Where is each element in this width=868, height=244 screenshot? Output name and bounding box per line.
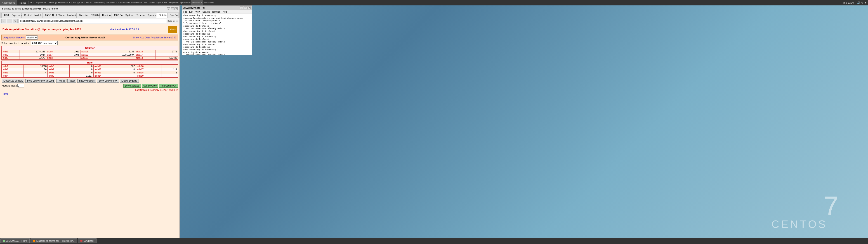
cell-label: aida11 [80, 50, 101, 53]
taskbar-module[interactable]: Module Se [58, 0, 69, 5]
counter-monitor-select[interactable]: AIDA ADC data items [31, 41, 58, 45]
terminal-maximize-btn[interactable]: □ [244, 6, 247, 9]
tab-asic[interactable]: ASIC Contro [111, 13, 123, 18]
taskbar-aida[interactable]: AIDA [29, 0, 35, 5]
terminal-menu-edit[interactable]: Edit [189, 11, 193, 13]
tab-temperature[interactable]: Temperatur [134, 13, 145, 18]
cell-label: aida2 [2, 53, 20, 57]
back-button[interactable]: ← [1, 19, 6, 23]
browser-maximize-btn[interactable]: □ [170, 7, 174, 10]
terminal-content[interactable]: done executing do PostSetuploading Spect… [182, 14, 252, 55]
taskbar-item-firefox[interactable]: Statistics @ carme-gsi — Mozilla Fir... [31, 238, 77, 243]
auto-update-btn[interactable]: AutoUpdate On [159, 84, 178, 88]
update-once-btn[interactable]: Update Once [142, 84, 158, 88]
show-variables-btn[interactable]: Show Variables [77, 79, 96, 83]
terminal-close-btn[interactable]: ✕ [248, 6, 251, 9]
taskbar-top: Applications Places AIDA Experiment Cont… [0, 0, 868, 5]
module-index-label: Module Index [2, 84, 24, 87]
terminal-menu-help[interactable]: Help [223, 11, 227, 13]
empty-log-window-btn[interactable]: Empty Log Window [2, 79, 24, 83]
module-index-input[interactable] [18, 84, 24, 87]
zero-stats-btn[interactable]: Zero Statistics [123, 84, 141, 88]
taskbar-run-control[interactable]: Run Contro [203, 0, 215, 5]
cell-label: aida9 [48, 74, 70, 78]
cell-value: 1 [161, 71, 178, 74]
tab-aida[interactable]: AIDA [1, 13, 9, 18]
taskbar-fadc[interactable]: FADC Align [69, 0, 81, 5]
terminal-controls: _ □ ✕ [240, 6, 251, 9]
tab-discriminato[interactable]: Discriminato [100, 13, 111, 18]
url-bar[interactable] [18, 19, 167, 23]
cell-value [161, 65, 178, 68]
tab-lost-activity[interactable]: Lost activity [ [65, 13, 76, 18]
terminal-window: AIDA MIDAS HTTPd _ □ ✕ File Edit View Se… [182, 5, 252, 55]
tab-module[interactable]: Module Se [32, 13, 43, 18]
taskbar-control[interactable]: Control @ [47, 0, 58, 5]
terminal-menu-view[interactable]: View [195, 11, 200, 13]
sound-icon[interactable]: 🔊 [857, 1, 860, 4]
taskbar-temperature[interactable]: Temperatur [167, 0, 179, 5]
tab-spectrum[interactable]: Spectrum R [145, 13, 156, 18]
cell-value: 0 [69, 68, 93, 71]
midas-logo: Midas [168, 26, 177, 33]
cell-value: 0 [119, 68, 135, 71]
taskbar-lost-activity[interactable]: Lost activity [ [92, 0, 105, 5]
table-row: aida1 10808 aida6 0 aida11 307 aida16 [2, 65, 178, 68]
reload-button[interactable]: ↻ [13, 19, 18, 23]
taskbar-statistics[interactable]: Statistics ✕ [191, 0, 203, 5]
taskbar-spectrum[interactable]: Spectrum R [179, 0, 191, 5]
home-link[interactable]: Home [2, 92, 178, 95]
menu-icon[interactable]: ☰ [176, 20, 178, 23]
taskbar-waveform[interactable]: Waveform S [105, 0, 118, 5]
acquisition-servers-label: Acquisition Servers [3, 36, 25, 39]
taskbar-experiment[interactable]: Experiment [35, 0, 47, 5]
centos-version-text: CENTOS [772, 218, 827, 231]
tab-led[interactable]: LED and W [54, 13, 65, 18]
taskbar-led[interactable]: LED and W [81, 0, 92, 5]
tab-statistics[interactable]: Statistics ✕ [156, 13, 167, 18]
server-select[interactable]: aida05 [26, 35, 38, 39]
battery-icon[interactable]: ▼ [864, 1, 867, 4]
browser-close-btn[interactable]: ✕ [175, 7, 178, 10]
terminal-menu-search[interactable]: Search [203, 11, 210, 13]
taskbar-asic[interactable]: ASIC Contro [143, 0, 156, 5]
acquisition-servers-bar: Acquisition Servers aida05 Current Acqui… [1, 35, 178, 40]
applications-menu[interactable]: Applications [0, 0, 17, 5]
show-log-window-btn[interactable]: Show Log Window [97, 79, 119, 83]
reset-btn[interactable]: Reset [67, 79, 76, 83]
places-menu[interactable]: Places [17, 0, 28, 5]
tab-gsi[interactable]: GSI White R [88, 13, 100, 18]
enable-logging-btn[interactable]: Enable Logging [120, 79, 139, 83]
browser-minimize-btn[interactable]: _ [167, 7, 170, 10]
forward-button[interactable]: → [7, 19, 12, 23]
cell-label: aida17 [136, 68, 161, 71]
rate-table: aida1 10808 aida6 0 aida11 307 aida16 ai… [2, 65, 178, 78]
terminal-menu-terminal[interactable]: Terminal [212, 11, 221, 13]
tab-system[interactable]: System wid [123, 13, 134, 18]
send-log-elog-btn[interactable]: Send Log Window to ELog [25, 79, 55, 83]
tab-experiment[interactable]: Experiment @ [9, 13, 22, 18]
taskbar-item-midas[interactable]: AIDA MIDAS HTTPd [0, 238, 30, 243]
taskbar-item-anydesk[interactable]: [AnyDesk] [78, 238, 96, 243]
tab-run-control[interactable]: Run Contro [167, 13, 178, 18]
cell-label: aida19 [136, 74, 161, 78]
cell-value: 4 [24, 71, 48, 74]
cell-label: aida3 [2, 57, 20, 60]
taskbar-gsi[interactable]: GSI White R [118, 0, 130, 5]
terminal-title: AIDA MIDAS HTTPd [183, 6, 205, 9]
tab-fadc[interactable]: FADC Align [43, 13, 54, 18]
reload-btn[interactable]: Reload [56, 79, 67, 83]
terminal-menu-file[interactable]: File [183, 11, 187, 13]
terminal-line: \l": no such file or directory' [183, 22, 251, 25]
rate-section: Rate aida1 10808 aida6 0 aida11 307 aida… [1, 61, 178, 78]
tab-waveform[interactable]: Waveform S [76, 13, 88, 18]
terminal-minimize-btn[interactable]: _ [240, 6, 243, 9]
network-icon[interactable]: ⚙ [861, 1, 864, 4]
tab-control[interactable]: Control @ [22, 13, 32, 18]
browser-content: Data Acquisition Statistics @ http carme… [0, 24, 180, 238]
browser-titlebar: Statistics @ carme-gsi.cryring.lan:8015 … [0, 6, 180, 12]
taskbar-system[interactable]: System wid [156, 0, 167, 5]
show-all-link[interactable]: Show ALL Data Acquisition Servers? ☑ [133, 36, 176, 39]
bookmark-icon[interactable]: ☆ [173, 20, 175, 23]
taskbar-discriminato[interactable]: Discriminato [130, 0, 143, 5]
